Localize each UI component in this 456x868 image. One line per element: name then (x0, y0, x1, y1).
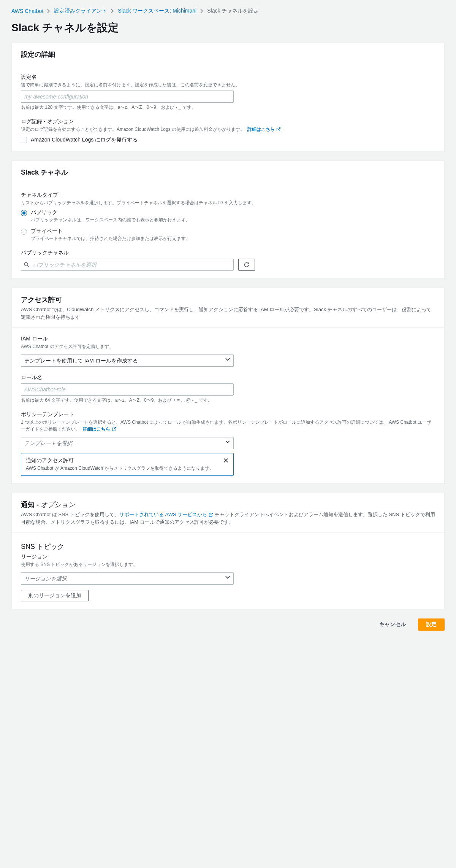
refresh-button[interactable] (238, 259, 255, 271)
policy-template-label: ポリシーテンプレート (21, 411, 435, 418)
policy-learn-more-link[interactable]: 詳細はこちら (83, 426, 116, 432)
close-icon[interactable]: ✕ (223, 457, 229, 464)
public-channel-label: パブリックチャネル (21, 250, 435, 256)
panel-permissions: アクセス許可 AWS Chatbot では、CloudWatch メトリクスにア… (11, 288, 445, 484)
panel-notifications: 通知 - オプション AWS Chatbot は SNS トピックを使用して、サ… (11, 493, 445, 609)
breadcrumb-link-chatbot[interactable]: AWS Chatbot (11, 8, 43, 14)
external-link-icon (276, 127, 281, 132)
public-channel-search[interactable] (21, 259, 234, 271)
panel-slack-channel: Slack チャネル チャネルタイプ リストからパブリックチャネルを選択します。… (11, 161, 445, 279)
region-label: リージョン (21, 553, 435, 560)
breadcrumb-link-clients[interactable]: 設定済みクライアント (54, 8, 107, 14)
refresh-icon (244, 262, 250, 268)
policy-tag-title: 通知のアクセス許可 (26, 457, 218, 464)
channel-type-label: チャネルタイプ (21, 192, 435, 199)
iam-role-hint: AWS Chatbot のアクセス許可を定義します。 (21, 343, 435, 350)
region-hint: 使用する SNS トピックがあるリージョンを選択します。 (21, 561, 435, 568)
cloudwatch-logs-checkbox[interactable] (21, 137, 27, 143)
channel-type-hint: リストからパブリックチャネルを選択します。プライベートチャネルを選択する場合はチ… (21, 199, 435, 206)
submit-button[interactable]: 設定 (418, 618, 445, 631)
add-region-button[interactable]: 別のリージョンを追加 (21, 590, 89, 601)
logging-learn-more-link[interactable]: 詳細はこちら (247, 127, 281, 132)
footer-actions: キャンセル 設定 (11, 618, 445, 631)
page-title: Slack チャネルを設定 (11, 21, 445, 35)
external-link-icon (209, 512, 213, 517)
role-name-label: ロール名 (21, 374, 435, 381)
panel-details: 設定の詳細 設定名 後で簡単に識別できるように、設定に名前を付けます。設定を作成… (11, 43, 445, 151)
panel-permissions-desc: AWS Chatbot では、CloudWatch メトリクスにアクセスし、コマ… (21, 306, 435, 321)
panel-notifications-desc: AWS Chatbot は SNS トピックを使用して、サポートされている AW… (21, 511, 435, 526)
cloudwatch-logs-label: Amazon CloudWatch Logs にログを発行する (31, 137, 138, 143)
policy-template-hint: 1 つ以上のポリシーテンプレートを選択すると、AWS Chatbot によってロ… (21, 419, 435, 432)
policy-template-select[interactable]: テンプレートを選択 (21, 437, 234, 449)
config-name-input[interactable] (21, 91, 234, 103)
policy-tag-desc: AWS Chatbot が Amazon CloudWatch からメトリクスグ… (26, 465, 218, 472)
panel-details-title: 設定の詳細 (21, 50, 435, 59)
logging-hint: 設定のログ記録を有効にすることができます。Amazon CloudWatch L… (21, 126, 435, 133)
supported-services-link[interactable]: サポートされている AWS サービスから (119, 512, 213, 517)
radio-private-label: プライベート (31, 228, 190, 235)
svg-point-0 (24, 262, 28, 266)
radio-public[interactable] (21, 210, 27, 216)
chevron-right-icon (111, 9, 114, 13)
breadcrumb: AWS Chatbot 設定済みクライアント Slack ワークスペース: Mi… (11, 8, 445, 14)
radio-public-label: パブリック (31, 209, 190, 216)
external-link-icon (112, 427, 116, 431)
iam-role-select[interactable]: テンプレートを使用して IAM ロールを作成する (21, 355, 234, 367)
config-name-hint: 後で簡単に識別できるように、設定に名前を付けます。設定を作成した後は、この名前を… (21, 81, 435, 88)
role-name-input[interactable] (21, 383, 234, 396)
iam-role-label: IAM ロール (21, 335, 435, 342)
config-name-label: 設定名 (21, 74, 435, 81)
panel-permissions-title: アクセス許可 (21, 295, 435, 304)
chevron-right-icon (200, 9, 203, 13)
panel-notifications-title: 通知 - オプション (21, 500, 435, 509)
radio-public-hint: パブリックチャンネルは、ワークスペース内の誰でも表示と参加が行えます。 (31, 217, 190, 223)
region-select[interactable]: リージョンを選択 (21, 572, 234, 585)
breadcrumb-link-workspace[interactable]: Slack ワークスペース: Michimani (118, 8, 196, 14)
policy-tag-notification-permission: 通知のアクセス許可 AWS Chatbot が Amazon CloudWatc… (21, 453, 234, 476)
search-icon (24, 262, 29, 267)
cancel-button[interactable]: キャンセル (372, 618, 413, 631)
chevron-right-icon (47, 9, 50, 13)
sns-topic-title: SNS トピック (21, 542, 435, 551)
breadcrumb-current: Slack チャネルを設定 (207, 8, 259, 14)
radio-private-hint: プライベートチャネルでは、招待された場合だけ参加または表示が行えます。 (31, 235, 190, 242)
logging-label: ログ記録 - オプション (21, 118, 435, 125)
config-name-help: 名前は最大 128 文字です。使用できる文字は、a〜z、A〜Z、0〜9、および … (21, 104, 435, 111)
role-name-help: 名前は最大 64 文字です。使用できる文字は、a〜z、A〜Z、0〜9、および +… (21, 397, 435, 404)
radio-private[interactable] (21, 229, 27, 235)
panel-slack-title: Slack チャネル (21, 168, 435, 177)
